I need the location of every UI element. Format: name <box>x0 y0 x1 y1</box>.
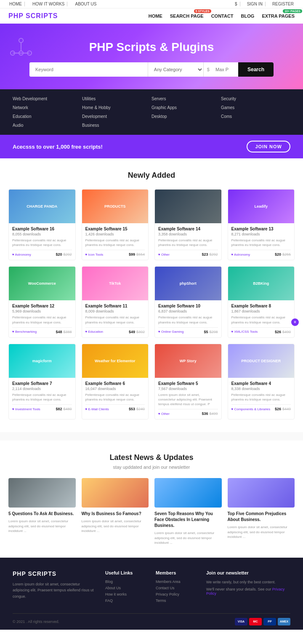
product-image: PRODUCT DESIGNER <box>228 344 295 378</box>
news-card[interactable]: Top Five Common Prejudices About Busines… <box>228 478 295 545</box>
cat-audio[interactable]: Audio <box>13 122 82 129</box>
product-footer: ♥ Components & Libraries $26$449 <box>231 404 291 411</box>
product-desc: Pellentesque convallis nisl ac augue pha… <box>231 238 291 247</box>
product-card[interactable]: WooCommerce Example Software 12 5,969 do… <box>8 266 76 337</box>
cat-education[interactable]: Education <box>13 113 82 120</box>
cta-text: Acecsss to over 1,000 free scripts! <box>13 144 103 150</box>
topbar-register[interactable]: REGISTER <box>270 2 296 6</box>
news-card[interactable]: Why Is Business So Famous? Lorem ipsum d… <box>82 478 149 545</box>
product-tag: ♥ Investment Tools <box>12 407 40 411</box>
product-grid: CHARGE PANDA Example Software 16 8,055 d… <box>8 189 295 420</box>
news-card[interactable]: 5 Questions To Ask At Business. Lorem ip… <box>8 478 76 545</box>
product-price: $36$499 <box>202 412 218 416</box>
footer-link-faq[interactable]: FAQ <box>105 599 147 603</box>
product-downloads: 8,338 downloads <box>231 387 291 391</box>
product-downloads: 1,426 downloads <box>85 232 145 236</box>
category-nav: Web Development Utilities Servers Securi… <box>0 89 303 135</box>
cat-web-dev[interactable]: Web Development <box>13 95 82 102</box>
product-card[interactable]: magicform Example Software 7 2,114 downl… <box>8 344 76 420</box>
price-wrap: $ <box>203 62 238 77</box>
footer-link-terms[interactable]: Terms <box>156 599 198 603</box>
product-info: Example Software 13 8,271 downloads Pell… <box>228 223 295 260</box>
cat-empty1 <box>152 122 221 129</box>
product-img-placeholder: WooCommerce <box>9 267 75 300</box>
scroll-indicator: 0 <box>291 318 299 326</box>
footer-link-how[interactable]: How it works <box>105 592 147 596</box>
product-card[interactable]: PRODUCTS Example Software 15 1,426 downl… <box>82 189 149 260</box>
cat-graphic[interactable]: Graphic Apps <box>152 104 221 111</box>
cat-utilities[interactable]: Utilities <box>82 95 152 102</box>
hero-network-icon <box>8 36 34 63</box>
footer-link-privacy[interactable]: Privacy Policy <box>156 592 198 596</box>
product-desc: Lorem ipsum dolor sit amet, consectetur … <box>158 393 218 407</box>
cat-home-hobby[interactable]: Home & Hobby <box>82 104 152 111</box>
product-info: Example Software 10 6,837 downloads Pell… <box>155 300 221 337</box>
cat-coms[interactable]: Coms <box>221 113 290 120</box>
nav-home[interactable]: HOME <box>149 12 162 20</box>
amex-icon: AMEX <box>278 618 290 625</box>
nav-contact[interactable]: CONTACT <box>211 12 234 20</box>
cat-development[interactable]: Development <box>82 113 152 120</box>
product-desc: Pellentesque convallis nisl ac augue pha… <box>85 315 145 324</box>
product-desc: Pellentesque convallis nisl ac augue pha… <box>12 393 72 402</box>
topbar-how[interactable]: HOW IT WORKS <box>30 2 67 6</box>
product-price: $20$255 <box>275 252 291 257</box>
product-tag: ♥ Benchmarking <box>12 330 37 334</box>
product-tag: ♥ Other <box>158 412 170 416</box>
product-card[interactable]: WP Story Example Software 5 7,567 downlo… <box>154 344 222 420</box>
news-title: Why Is Business So Famous? <box>82 511 149 517</box>
product-price: $20$202 <box>56 252 72 257</box>
topbar-home[interactable]: HOME <box>7 2 25 6</box>
nav-search[interactable]: SEARCH PAGE 5 STYLES <box>170 12 204 20</box>
footer-members-heading: Members <box>156 570 198 575</box>
product-tag: ♥ Online Gaming <box>158 330 183 334</box>
footer-logo[interactable]: PHP SCRIPTS <box>13 570 97 577</box>
footer-link-about[interactable]: About Us <box>105 586 147 590</box>
product-card[interactable]: Example Software 14 3,358 downloads Pell… <box>154 189 222 260</box>
nav-blog[interactable]: BLOG <box>241 12 255 20</box>
product-tag: ♥ Icon Tools <box>85 253 104 257</box>
news-desc: Lorem ipsum dolor sit amet, consectetur … <box>154 531 222 545</box>
search-price-input[interactable] <box>210 63 235 76</box>
search-category-select[interactable]: Any Category Web Development Utilities S… <box>148 62 203 77</box>
cat-security[interactable]: Security <box>221 95 290 102</box>
footer-grid: PHP SCRIPTS Lorem ipsum dolor sit amet, … <box>13 570 290 605</box>
product-tag: ♥ Components & Libraries <box>231 407 271 411</box>
product-info: Example Software 16 8,055 downloads Pell… <box>9 223 75 260</box>
footer-link-members-area[interactable]: Members Area <box>156 580 198 584</box>
news-card[interactable]: Seven Top Reasons Why You Face Obstacles… <box>154 478 222 545</box>
product-card[interactable]: phpShort Example Software 10 6,837 downl… <box>154 266 222 337</box>
product-image: WooCommerce <box>9 267 75 300</box>
product-card[interactable]: Weather for Elementor Example Software 6… <box>82 344 149 420</box>
cat-desktop[interactable]: Desktop <box>152 113 221 120</box>
search-button[interactable]: Search <box>238 62 274 77</box>
topbar-dollar[interactable]: $ <box>232 2 240 6</box>
join-now-button[interactable]: JOIN NOW <box>247 141 290 152</box>
product-card[interactable]: B2BKing Example Software 8 1,867 downloa… <box>228 266 295 337</box>
nav-extra[interactable]: EXTRA PAGES 10+ PAGES <box>262 12 295 20</box>
product-card[interactable]: Leadify Example Software 13 8,271 downlo… <box>228 189 295 260</box>
product-card[interactable]: PRODUCT DESIGNER Example Software 4 8,33… <box>228 344 295 420</box>
cat-servers[interactable]: Servers <box>152 95 221 102</box>
topbar-about[interactable]: ABOUT US <box>72 2 99 6</box>
cat-business[interactable]: Business <box>82 122 152 129</box>
product-info: Example Software 7 2,114 downloads Pelle… <box>9 378 75 414</box>
product-img-placeholder: B2BKing <box>228 267 295 300</box>
product-name: Example Software 14 <box>158 227 218 231</box>
search-keyword-input[interactable] <box>29 62 148 77</box>
footer-newsletter-heading: Join our newsletter <box>206 570 290 575</box>
topbar-signin[interactable]: SIGN IN <box>245 2 266 6</box>
product-tag: ♥ Education <box>85 330 104 334</box>
footer-link-contact[interactable]: Contact Us <box>156 586 198 590</box>
product-card[interactable]: CHARGE PANDA Example Software 16 8,055 d… <box>8 189 76 260</box>
footer-link-blog[interactable]: Blog <box>105 580 147 584</box>
product-name: Example Software 7 <box>12 381 72 386</box>
product-img-placeholder: Weather for Elementor <box>82 344 149 378</box>
mastercard-icon: MC <box>249 618 262 625</box>
product-image: Leadify <box>228 190 295 223</box>
product-card[interactable]: TikTok Example Software 11 8,009 downloa… <box>82 266 149 337</box>
cat-games[interactable]: Games <box>221 104 290 111</box>
cat-network[interactable]: Network <box>13 104 82 111</box>
product-footer: ♥ Astronomy $20$255 <box>231 250 291 257</box>
site-logo[interactable]: PHP SCRIPTS <box>8 12 58 20</box>
